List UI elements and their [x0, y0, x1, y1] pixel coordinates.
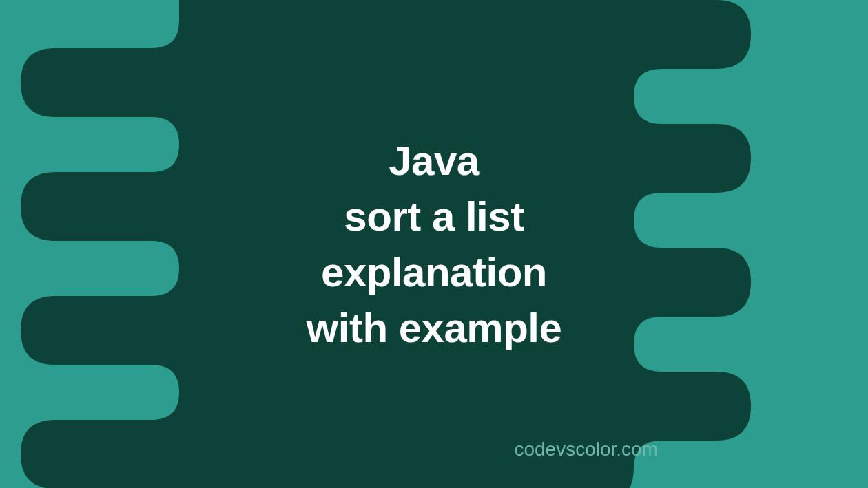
title-line-1: Java [307, 133, 562, 189]
content-area: Java sort a list explanation with exampl… [0, 0, 868, 488]
title-line-3: explanation [307, 244, 562, 300]
title-text: Java sort a list explanation with exampl… [307, 133, 562, 356]
graphic-container: Java sort a list explanation with exampl… [0, 0, 868, 488]
watermark-text: codevscolor.com [514, 438, 658, 460]
title-line-4: with example [307, 300, 562, 356]
title-line-2: sort a list [307, 189, 562, 244]
